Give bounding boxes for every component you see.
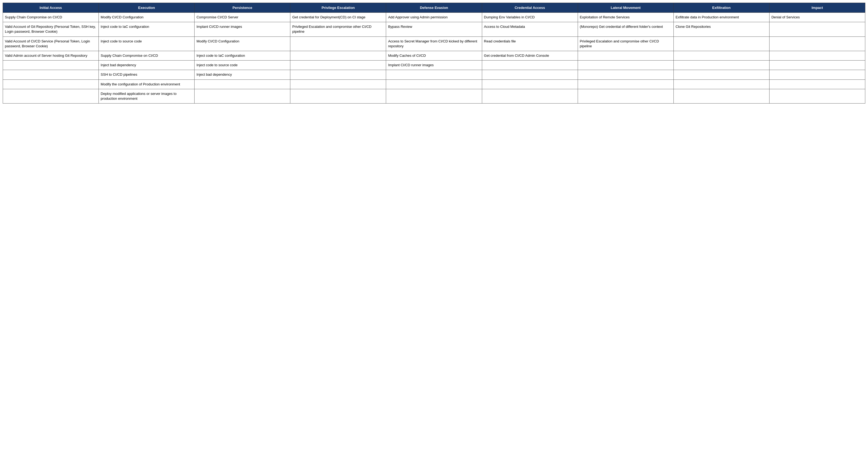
cell-r6-c4 — [386, 79, 482, 89]
cell-r1-c6: (Monorepo) Get credential of different f… — [578, 22, 674, 36]
cell-r1-c0: Valid Account of Git Repository (Persona… — [3, 22, 99, 36]
cell-r1-c4: Bypass Review — [386, 22, 482, 36]
cell-r1-c2: Implant CI/CD runner images — [194, 22, 290, 36]
cell-r5-c3 — [290, 70, 386, 79]
cell-r0-c4: Add Approver using Admin permission — [386, 13, 482, 22]
cell-r0-c5: Dumping Env Variables in CI/CD — [482, 13, 578, 22]
cell-r3-c3 — [290, 51, 386, 60]
cell-r1-c1: Inject code to IaC configuration — [99, 22, 194, 36]
table-row: Valid Admin account of Server hosting Gi… — [3, 51, 865, 60]
cell-r2-c2: Modify CI/CD Configuration — [194, 36, 290, 51]
cell-r7-c3 — [290, 89, 386, 103]
cell-r7-c6 — [578, 89, 674, 103]
cell-r2-c3 — [290, 36, 386, 51]
cell-r5-c2: Inject bad dependency — [194, 70, 290, 79]
column-header-8: Impact — [769, 3, 865, 13]
cell-r4-c3 — [290, 61, 386, 70]
cell-r6-c6 — [578, 79, 674, 89]
cell-r2-c8 — [769, 36, 865, 51]
cell-r3-c7 — [674, 51, 769, 60]
column-header-4: Defense Evasion — [386, 3, 482, 13]
cell-r0-c2: Compromise CI/CD Server — [194, 13, 290, 22]
cell-r3-c4: Modify Caches of CI/CD — [386, 51, 482, 60]
cell-r1-c5: Access to Cloud Metadata — [482, 22, 578, 36]
cell-r3-c0: Valid Admin account of Server hosting Gi… — [3, 51, 99, 60]
cell-r6-c3 — [290, 79, 386, 89]
column-header-5: Credential Access — [482, 3, 578, 13]
cell-r4-c0 — [3, 61, 99, 70]
cell-r7-c2 — [194, 89, 290, 103]
column-header-2: Persistence — [194, 3, 290, 13]
cell-r7-c4 — [386, 89, 482, 103]
cell-r2-c6: Privileged Escalation and compromise oth… — [578, 36, 674, 51]
cell-r6-c2 — [194, 79, 290, 89]
cell-r7-c7 — [674, 89, 769, 103]
cell-r5-c7 — [674, 70, 769, 79]
cell-r3-c2: Inject code to IaC configuration — [194, 51, 290, 60]
cell-r1-c8 — [769, 22, 865, 36]
cell-r6-c7 — [674, 79, 769, 89]
cell-r4-c6 — [578, 61, 674, 70]
cell-r2-c4: Access to Secret Manager from CI/CD kick… — [386, 36, 482, 51]
cell-r0-c6: Exploitation of Remote Services — [578, 13, 674, 22]
cell-r0-c7: Exfiltrate data in Production environmen… — [674, 13, 769, 22]
table-row: Modify the configuration of Production e… — [3, 79, 865, 89]
cell-r7-c0 — [3, 89, 99, 103]
column-header-1: Execution — [99, 3, 194, 13]
cell-r0-c8: Denial of Services — [769, 13, 865, 22]
cell-r5-c8 — [769, 70, 865, 79]
cell-r6-c1: Modify the configuration of Production e… — [99, 79, 194, 89]
cell-r0-c0: Supply Chain Compromise on CI/CD — [3, 13, 99, 22]
cell-r7-c5 — [482, 89, 578, 103]
table-row: Valid Account of CI/CD Service (Personal… — [3, 36, 865, 51]
table-row: Valid Account of Git Repository (Persona… — [3, 22, 865, 36]
cell-r4-c4: Implant CI/CD runner images — [386, 61, 482, 70]
cell-r1-c7: Clone Git Repositories — [674, 22, 769, 36]
table-row: SSH to CI/CD pipelinesInject bad depende… — [3, 70, 865, 79]
cell-r7-c8 — [769, 89, 865, 103]
cell-r1-c3: Privileged Escalation and compromise oth… — [290, 22, 386, 36]
cell-r3-c8 — [769, 51, 865, 60]
table-row: Inject bad dependencyInject code to sour… — [3, 61, 865, 70]
cell-r4-c1: Inject bad dependency — [99, 61, 194, 70]
column-header-7: Exfiltration — [674, 3, 769, 13]
cell-r6-c0 — [3, 79, 99, 89]
table-row: Supply Chain Compromise on CI/CDModify C… — [3, 13, 865, 22]
cell-r0-c3: Get credential for Deployment(CD) on CI … — [290, 13, 386, 22]
cell-r4-c7 — [674, 61, 769, 70]
cell-r3-c6 — [578, 51, 674, 60]
cell-r3-c1: Supply Chain Compromise on CI/CD — [99, 51, 194, 60]
cell-r4-c2: Inject code to source code — [194, 61, 290, 70]
table-row: Deploy modified applications or server i… — [3, 89, 865, 103]
column-header-0: Initial Access — [3, 3, 99, 13]
cell-r5-c6 — [578, 70, 674, 79]
cell-r3-c5: Get credential from CI/CD Admin Console — [482, 51, 578, 60]
cell-r5-c4 — [386, 70, 482, 79]
cell-r5-c0 — [3, 70, 99, 79]
attack-matrix-table: Initial AccessExecutionPersistencePrivil… — [3, 3, 865, 103]
cell-r2-c7 — [674, 36, 769, 51]
column-header-3: Privilege Escalation — [290, 3, 386, 13]
cell-r2-c1: Inject code to source code — [99, 36, 194, 51]
cell-r5-c1: SSH to CI/CD pipelines — [99, 70, 194, 79]
cell-r6-c8 — [769, 79, 865, 89]
column-header-6: Lateral Movement — [578, 3, 674, 13]
cell-r0-c1: Modify CI/CD Configuration — [99, 13, 194, 22]
cell-r6-c5 — [482, 79, 578, 89]
cell-r7-c1: Deploy modified applications or server i… — [99, 89, 194, 103]
cell-r4-c8 — [769, 61, 865, 70]
cell-r2-c5: Read credentials file — [482, 36, 578, 51]
cell-r2-c0: Valid Account of CI/CD Service (Personal… — [3, 36, 99, 51]
cell-r4-c5 — [482, 61, 578, 70]
cell-r5-c5 — [482, 70, 578, 79]
